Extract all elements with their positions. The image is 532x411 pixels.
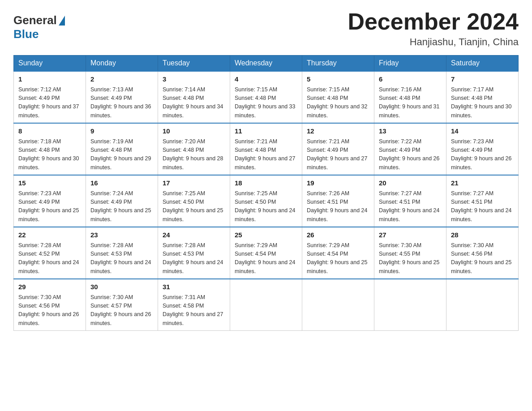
calendar-cell: 7Sunrise: 7:17 AMSunset: 4:48 PMDaylight…: [446, 71, 519, 123]
calendar-cell: 31Sunrise: 7:31 AMSunset: 4:58 PMDayligh…: [158, 279, 230, 331]
calendar-cell: 1Sunrise: 7:12 AMSunset: 4:49 PMDaylight…: [14, 71, 86, 123]
weekday-header-sunday: Sunday: [14, 56, 86, 72]
day-number: 13: [379, 126, 442, 137]
day-number: 5: [307, 74, 369, 85]
day-number: 2: [90, 74, 153, 85]
calendar-cell: 12Sunrise: 7:21 AMSunset: 4:49 PMDayligh…: [302, 123, 374, 175]
day-number: 29: [18, 282, 81, 292]
calendar-week-row: 15Sunrise: 7:23 AMSunset: 4:49 PMDayligh…: [14, 175, 519, 227]
day-number: 6: [379, 74, 442, 85]
calendar-cell: 21Sunrise: 7:27 AMSunset: 4:51 PMDayligh…: [446, 175, 519, 227]
day-info: Sunrise: 7:30 AMSunset: 4:55 PMDaylight:…: [379, 241, 442, 276]
day-info: Sunrise: 7:27 AMSunset: 4:51 PMDaylight:…: [379, 189, 442, 224]
logo: General Blue: [13, 13, 67, 41]
day-number: 11: [235, 126, 297, 137]
weekday-header-saturday: Saturday: [446, 56, 519, 72]
day-info: Sunrise: 7:14 AMSunset: 4:48 PMDaylight:…: [163, 86, 225, 120]
logo-triangle-icon: [59, 16, 65, 26]
calendar-cell: [302, 279, 374, 331]
day-info: Sunrise: 7:28 AMSunset: 4:52 PMDaylight:…: [18, 241, 81, 276]
day-number: 9: [90, 126, 153, 137]
weekday-header-monday: Monday: [86, 56, 158, 72]
calendar-cell: 10Sunrise: 7:20 AMSunset: 4:48 PMDayligh…: [158, 123, 230, 175]
calendar-week-row: 1Sunrise: 7:12 AMSunset: 4:49 PMDaylight…: [14, 71, 519, 123]
day-info: Sunrise: 7:30 AMSunset: 4:56 PMDaylight:…: [18, 293, 81, 328]
calendar-cell: 3Sunrise: 7:14 AMSunset: 4:48 PMDaylight…: [158, 71, 230, 123]
calendar-cell: 23Sunrise: 7:28 AMSunset: 4:53 PMDayligh…: [86, 227, 158, 279]
calendar-cell: 17Sunrise: 7:25 AMSunset: 4:50 PMDayligh…: [158, 175, 230, 227]
day-number: 26: [307, 230, 369, 240]
day-number: 24: [163, 230, 225, 240]
calendar-cell: 5Sunrise: 7:15 AMSunset: 4:48 PMDaylight…: [302, 71, 374, 123]
day-number: 8: [18, 126, 81, 137]
day-info: Sunrise: 7:18 AMSunset: 4:48 PMDaylight:…: [18, 137, 81, 172]
calendar-cell: 30Sunrise: 7:30 AMSunset: 4:57 PMDayligh…: [86, 279, 158, 331]
day-info: Sunrise: 7:12 AMSunset: 4:49 PMDaylight:…: [18, 86, 81, 120]
calendar-week-row: 29Sunrise: 7:30 AMSunset: 4:56 PMDayligh…: [14, 279, 519, 331]
day-info: Sunrise: 7:25 AMSunset: 4:50 PMDaylight:…: [163, 189, 225, 224]
day-info: Sunrise: 7:31 AMSunset: 4:58 PMDaylight:…: [163, 293, 225, 328]
day-number: 21: [451, 178, 514, 188]
day-number: 31: [163, 282, 225, 292]
day-number: 25: [235, 230, 297, 240]
calendar-cell: 25Sunrise: 7:29 AMSunset: 4:54 PMDayligh…: [230, 227, 302, 279]
day-info: Sunrise: 7:25 AMSunset: 4:50 PMDaylight:…: [235, 189, 297, 224]
day-info: Sunrise: 7:20 AMSunset: 4:48 PMDaylight:…: [163, 137, 225, 172]
calendar-cell: 14Sunrise: 7:23 AMSunset: 4:49 PMDayligh…: [446, 123, 519, 175]
calendar-week-row: 22Sunrise: 7:28 AMSunset: 4:52 PMDayligh…: [14, 227, 519, 279]
day-info: Sunrise: 7:24 AMSunset: 4:49 PMDaylight:…: [90, 189, 153, 224]
calendar-table: SundayMondayTuesdayWednesdayThursdayFrid…: [13, 55, 519, 331]
day-info: Sunrise: 7:28 AMSunset: 4:53 PMDaylight:…: [90, 241, 153, 276]
day-info: Sunrise: 7:17 AMSunset: 4:48 PMDaylight:…: [451, 86, 514, 120]
weekday-header-row: SundayMondayTuesdayWednesdayThursdayFrid…: [14, 56, 519, 72]
calendar-cell: 13Sunrise: 7:22 AMSunset: 4:49 PMDayligh…: [374, 123, 446, 175]
day-number: 15: [18, 178, 81, 188]
day-info: Sunrise: 7:16 AMSunset: 4:48 PMDaylight:…: [379, 86, 442, 120]
day-info: Sunrise: 7:22 AMSunset: 4:49 PMDaylight:…: [379, 137, 442, 172]
calendar-cell: 28Sunrise: 7:30 AMSunset: 4:56 PMDayligh…: [446, 227, 519, 279]
day-number: 27: [379, 230, 442, 240]
calendar-cell: 4Sunrise: 7:15 AMSunset: 4:48 PMDaylight…: [230, 71, 302, 123]
day-number: 10: [163, 126, 225, 137]
day-number: 3: [163, 74, 225, 85]
day-number: 28: [451, 230, 514, 240]
day-info: Sunrise: 7:26 AMSunset: 4:51 PMDaylight:…: [307, 189, 369, 224]
title-area: December 2024 Hanjiashu, Tianjin, China: [348, 9, 519, 48]
day-number: 12: [307, 126, 369, 137]
day-number: 23: [90, 230, 153, 240]
logo-general-text: General: [13, 13, 57, 27]
calendar-cell: 6Sunrise: 7:16 AMSunset: 4:48 PMDaylight…: [374, 71, 446, 123]
day-info: Sunrise: 7:15 AMSunset: 4:48 PMDaylight:…: [307, 86, 369, 120]
month-title: December 2024: [348, 9, 519, 34]
day-info: Sunrise: 7:19 AMSunset: 4:48 PMDaylight:…: [90, 137, 153, 172]
calendar-cell: 22Sunrise: 7:28 AMSunset: 4:52 PMDayligh…: [14, 227, 86, 279]
day-info: Sunrise: 7:21 AMSunset: 4:48 PMDaylight:…: [235, 137, 297, 172]
day-number: 7: [451, 74, 514, 85]
calendar-cell: 29Sunrise: 7:30 AMSunset: 4:56 PMDayligh…: [14, 279, 86, 331]
day-info: Sunrise: 7:30 AMSunset: 4:56 PMDaylight:…: [451, 241, 514, 276]
calendar-cell: 27Sunrise: 7:30 AMSunset: 4:55 PMDayligh…: [374, 227, 446, 279]
calendar-cell: 19Sunrise: 7:26 AMSunset: 4:51 PMDayligh…: [302, 175, 374, 227]
calendar-cell: 16Sunrise: 7:24 AMSunset: 4:49 PMDayligh…: [86, 175, 158, 227]
day-number: 17: [163, 178, 225, 188]
day-number: 1: [18, 74, 81, 85]
day-info: Sunrise: 7:28 AMSunset: 4:53 PMDaylight:…: [163, 241, 225, 276]
calendar-cell: [374, 279, 446, 331]
calendar-cell: 8Sunrise: 7:18 AMSunset: 4:48 PMDaylight…: [14, 123, 86, 175]
day-info: Sunrise: 7:29 AMSunset: 4:54 PMDaylight:…: [235, 241, 297, 276]
weekday-header-thursday: Thursday: [302, 56, 374, 72]
day-number: 14: [451, 126, 514, 137]
day-number: 18: [235, 178, 297, 188]
day-info: Sunrise: 7:15 AMSunset: 4:48 PMDaylight:…: [235, 86, 297, 120]
day-number: 16: [90, 178, 153, 188]
day-info: Sunrise: 7:23 AMSunset: 4:49 PMDaylight:…: [451, 137, 514, 172]
calendar-cell: 26Sunrise: 7:29 AMSunset: 4:54 PMDayligh…: [302, 227, 374, 279]
calendar-cell: 9Sunrise: 7:19 AMSunset: 4:48 PMDaylight…: [86, 123, 158, 175]
day-info: Sunrise: 7:21 AMSunset: 4:49 PMDaylight:…: [307, 137, 369, 172]
day-number: 20: [379, 178, 442, 188]
day-info: Sunrise: 7:30 AMSunset: 4:57 PMDaylight:…: [90, 293, 153, 328]
calendar-cell: 15Sunrise: 7:23 AMSunset: 4:49 PMDayligh…: [14, 175, 86, 227]
weekday-header-tuesday: Tuesday: [158, 56, 230, 72]
day-info: Sunrise: 7:13 AMSunset: 4:49 PMDaylight:…: [90, 86, 153, 120]
day-number: 4: [235, 74, 297, 85]
